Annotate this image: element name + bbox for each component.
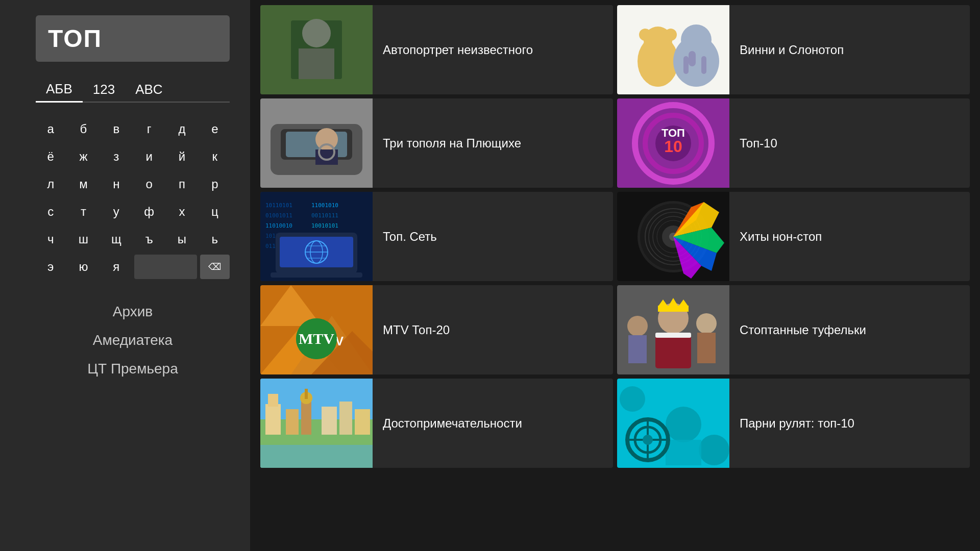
result-thumb-9 [260, 379, 373, 468]
result-item-9[interactable]: Достопримечательности [260, 379, 613, 468]
svg-text:10110101: 10110101 [265, 202, 292, 209]
result-title-10: Парни рулят: топ-10 [729, 379, 970, 468]
svg-rect-14 [683, 56, 689, 74]
svg-rect-90 [286, 409, 299, 435]
key-ъ[interactable]: ъ [134, 227, 164, 252]
key-ш[interactable]: ш [68, 227, 98, 252]
key-щ[interactable]: щ [102, 227, 131, 252]
svg-text:01001011: 01001011 [265, 212, 292, 219]
svg-point-9 [639, 29, 651, 41]
key-б[interactable]: б [68, 117, 98, 141]
result-title-2: Винни и Слонотоп [729, 5, 970, 94]
result-item-5[interactable]: 10110101 01001011 11010010 10110110 0110… [260, 192, 613, 281]
result-thumb-7: MTV M T V MTV [260, 285, 373, 374]
svg-text:10010101: 10010101 [311, 222, 338, 229]
key-в[interactable]: в [102, 117, 131, 141]
search-input-display[interactable]: ТОП [36, 15, 230, 62]
tab-abc[interactable]: ABC [125, 77, 173, 102]
source-list: Архив Амедиатека ЦТ Премьера [36, 299, 230, 381]
svg-rect-78 [658, 306, 689, 312]
tab-123[interactable]: 123 [83, 77, 125, 102]
result-item-6[interactable]: Хиты нон-стоп [617, 192, 970, 281]
key-э[interactable]: э [36, 255, 65, 279]
key-г[interactable]: г [134, 117, 164, 141]
key-о[interactable]: о [134, 172, 164, 196]
key-к[interactable]: к [200, 144, 230, 169]
key-у[interactable]: у [102, 199, 131, 224]
result-title-1: Автопортрет неизвестного [373, 5, 613, 94]
svg-text:11010010: 11010010 [265, 222, 292, 229]
result-title-7: MTV Топ-20 [373, 285, 613, 374]
svg-text:10: 10 [664, 137, 682, 156]
svg-rect-88 [265, 404, 281, 435]
key-т[interactable]: т [68, 199, 98, 224]
key-л[interactable]: л [36, 172, 65, 196]
key-п[interactable]: п [167, 172, 197, 196]
result-thumb-8 [617, 285, 729, 374]
svg-rect-95 [339, 402, 352, 435]
key-з[interactable]: з [102, 144, 131, 169]
keyboard-grid: а б в г д е ё ж з и й к л м н о п р с т … [36, 117, 230, 279]
source-amediateka[interactable]: Амедиатека [36, 328, 230, 353]
result-item-4[interactable]: ТОП 10 Топ-10 [617, 98, 970, 188]
result-thumb-4: ТОП 10 [617, 98, 729, 188]
svg-point-101 [666, 407, 701, 442]
result-item-8[interactable]: Стоптанные туфельки [617, 285, 970, 374]
result-title-8: Стоптанные туфельки [729, 285, 970, 374]
svg-point-100 [699, 435, 729, 465]
svg-point-83 [696, 313, 717, 334]
key-н[interactable]: н [102, 172, 131, 196]
key-а[interactable]: а [36, 117, 65, 141]
result-item-10[interactable]: Парни рулят: топ-10 [617, 379, 970, 468]
result-item-7[interactable]: MTV M T V MTV MTV Топ-20 [260, 285, 613, 374]
result-title-6: Хиты нон-стоп [729, 192, 970, 281]
result-thumb-2 [617, 5, 729, 94]
key-space[interactable] [134, 255, 197, 279]
source-archive[interactable]: Архив [36, 299, 230, 324]
result-item-2[interactable]: Винни и Слонотоп [617, 5, 970, 94]
key-ё[interactable]: ё [36, 144, 65, 169]
svg-rect-80 [655, 333, 691, 338]
svg-rect-82 [628, 335, 647, 363]
result-thumb-3 [260, 98, 373, 188]
result-thumb-10 [617, 379, 729, 468]
svg-rect-91 [301, 399, 311, 435]
svg-point-99 [620, 386, 645, 412]
svg-rect-79 [655, 333, 691, 368]
key-ы[interactable]: ы [167, 227, 197, 252]
result-item-3[interactable]: Три тополя на Плющихе [260, 98, 613, 188]
key-д[interactable]: д [167, 117, 197, 141]
key-й[interactable]: й [167, 144, 197, 169]
key-ф[interactable]: ф [134, 199, 164, 224]
svg-rect-96 [355, 409, 370, 435]
svg-rect-13 [689, 51, 696, 66]
key-ц[interactable]: ц [200, 199, 230, 224]
keyboard-tabs: АБВ 123 ABC [36, 77, 230, 103]
key-х[interactable]: х [167, 199, 197, 224]
key-с[interactable]: с [36, 199, 65, 224]
source-ct-premiere[interactable]: ЦТ Премьера [36, 357, 230, 381]
svg-point-12 [681, 24, 712, 55]
svg-text:MTV: MTV [299, 330, 334, 347]
result-title-3: Три тополя на Плющихе [373, 98, 613, 188]
key-ь[interactable]: ь [200, 227, 230, 252]
key-р[interactable]: р [200, 172, 230, 196]
svg-rect-5 [260, 5, 373, 94]
result-item-1[interactable]: Автопортрет неизвестного [260, 5, 613, 94]
key-и[interactable]: и [134, 144, 164, 169]
result-title-5: Топ. Сеть [373, 192, 613, 281]
key-ю[interactable]: ю [68, 255, 98, 279]
key-ч[interactable]: ч [36, 227, 65, 252]
svg-rect-15 [701, 56, 706, 74]
key-ж[interactable]: ж [68, 144, 98, 169]
key-backspace[interactable]: ⌫ [200, 255, 230, 279]
svg-text:00110111: 00110111 [311, 212, 338, 219]
key-м[interactable]: м [68, 172, 98, 196]
left-panel: ТОП АБВ 123 ABC а б в г д е ё ж з и й к … [0, 0, 250, 551]
result-thumb-5: 10110101 01001011 11010010 10110110 0110… [260, 192, 373, 281]
result-thumb-1 [260, 5, 373, 94]
tab-abv[interactable]: АБВ [36, 77, 83, 103]
key-я[interactable]: я [102, 255, 131, 279]
key-е[interactable]: е [200, 117, 230, 141]
result-thumb-6 [617, 192, 729, 281]
